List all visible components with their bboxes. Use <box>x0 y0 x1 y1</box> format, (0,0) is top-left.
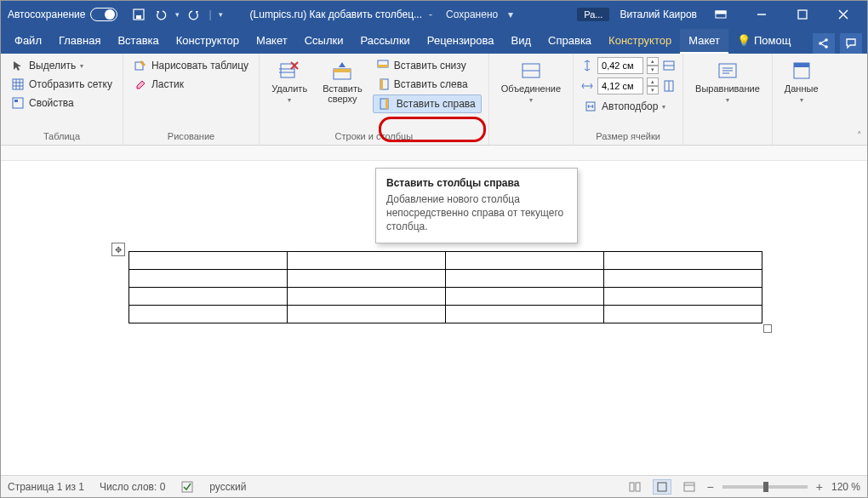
user-initials[interactable]: Ра... <box>577 8 609 21</box>
svg-rect-46 <box>630 483 634 491</box>
draw-table-button[interactable]: Нарисовать таблицу <box>130 57 252 74</box>
document-title: (Lumpics.ru) Как добавить столбец... <box>250 9 422 20</box>
web-layout-icon[interactable] <box>680 479 699 495</box>
insert-below-button[interactable]: Вставить снизу <box>373 57 482 74</box>
ruler[interactable] <box>1 146 867 161</box>
tab-tell-me[interactable]: 💡Помощ <box>728 29 799 54</box>
share-icon[interactable] <box>813 33 835 54</box>
word-count[interactable]: Число слов: 0 <box>100 481 165 493</box>
chevron-down-icon: ▾ <box>529 96 533 104</box>
chevron-down-icon: ▾ <box>800 96 803 104</box>
tab-design[interactable]: Конструктор <box>168 29 248 54</box>
tab-review[interactable]: Рецензирова <box>419 29 503 54</box>
select-button[interactable]: Выделить ▾ <box>8 57 116 74</box>
column-width-field[interactable]: ▴▾ <box>580 77 676 94</box>
tab-help-area <box>813 33 862 54</box>
insert-column-left-icon <box>376 77 390 91</box>
insert-column-right-icon <box>379 97 392 111</box>
svg-rect-29 <box>380 79 383 89</box>
insert-right-button[interactable]: Вставить справа <box>373 94 482 113</box>
tab-mailings[interactable]: Рассылки <box>351 29 418 54</box>
row-height-field[interactable]: ▴▾ <box>580 57 676 74</box>
svg-rect-11 <box>13 79 23 89</box>
insert-left-button[interactable]: Вставить слева <box>373 76 482 93</box>
titlebar: Автосохранение ▾ | ▾ (Lumpics.ru) Как до… <box>1 1 867 28</box>
autosave-toggle[interactable]: Автосохранение <box>8 8 117 21</box>
close-button[interactable] <box>826 1 860 28</box>
svg-rect-3 <box>716 11 726 14</box>
svg-rect-31 <box>385 99 388 109</box>
page-indicator[interactable]: Страница 1 из 1 <box>8 481 84 493</box>
status-chevron-icon[interactable]: ▾ <box>508 9 513 20</box>
tab-view[interactable]: Вид <box>503 29 540 54</box>
svg-rect-47 <box>636 483 640 491</box>
zoom-out-icon[interactable]: − <box>707 480 714 494</box>
data-button[interactable]: Данные ▾ <box>779 57 824 107</box>
eraser-button[interactable]: Ластик <box>130 76 252 93</box>
group-label <box>496 140 566 145</box>
distribute-columns-icon[interactable] <box>662 79 676 93</box>
height-input[interactable] <box>597 57 643 74</box>
table-row[interactable] <box>129 288 762 306</box>
tab-layout[interactable]: Макет <box>248 29 296 54</box>
tab-help[interactable]: Справка <box>540 29 600 54</box>
ribbon-tabs: Файл Главная Вставка Конструктор Макет С… <box>1 28 867 54</box>
distribute-rows-icon[interactable] <box>662 59 676 72</box>
print-layout-icon[interactable] <box>653 479 671 495</box>
group-merge: Объединение ▾ <box>489 54 574 145</box>
table-row[interactable] <box>129 306 762 323</box>
redo-icon[interactable] <box>186 7 202 22</box>
tooltip: Вставить столбцы справа Добавление новог… <box>375 168 578 243</box>
height-spinner[interactable]: ▴▾ <box>647 57 659 74</box>
tab-table-design[interactable]: Конструктор <box>600 29 680 54</box>
collapse-ribbon-icon[interactable]: ˄ <box>857 130 862 141</box>
properties-icon <box>11 96 25 110</box>
table-row[interactable] <box>129 252 762 270</box>
alignment-button[interactable]: Выравнивание ▾ <box>690 57 765 107</box>
table-row[interactable] <box>129 270 762 288</box>
tab-references[interactable]: Ссылки <box>296 29 352 54</box>
zoom-in-icon[interactable]: + <box>816 480 823 494</box>
zoom-slider[interactable] <box>722 485 808 489</box>
zoom-level[interactable]: 120 % <box>831 481 860 493</box>
tab-table-layout[interactable]: Макет <box>680 29 728 54</box>
maximize-button[interactable] <box>785 1 819 28</box>
table-move-handle-icon[interactable]: ✥ <box>111 243 125 256</box>
tab-home[interactable]: Главная <box>50 29 109 54</box>
tab-file[interactable]: Файл <box>6 29 50 54</box>
width-icon <box>580 79 594 93</box>
ribbon: Выделить ▾ Отобразить сетку Свойства Таб… <box>1 54 867 146</box>
table-resize-handle[interactable] <box>763 324 772 333</box>
comments-icon[interactable] <box>840 33 862 54</box>
group-draw: Нарисовать таблицу Ластик Рисование <box>123 54 260 145</box>
save-icon[interactable] <box>131 7 146 22</box>
undo-chevron-icon[interactable]: ▾ <box>175 10 180 19</box>
autofit-icon <box>584 100 597 113</box>
spellcheck-icon[interactable] <box>180 480 194 494</box>
width-input[interactable] <box>597 77 643 94</box>
toggle-switch[interactable] <box>90 8 117 21</box>
svg-rect-45 <box>182 482 192 492</box>
merge-button[interactable]: Объединение ▾ <box>496 57 566 107</box>
delete-button[interactable]: Удалить ▾ <box>266 57 312 107</box>
insert-row-above-icon <box>332 60 352 81</box>
insert-above-button[interactable]: Вставить сверху <box>317 57 368 107</box>
qat-customize-chevron-icon[interactable]: ▾ <box>219 10 223 19</box>
view-gridlines-button[interactable]: Отобразить сетку <box>8 76 116 93</box>
language-indicator[interactable]: русский <box>209 481 246 493</box>
user-name[interactable]: Виталий Каиров <box>620 9 697 20</box>
tab-insert[interactable]: Вставка <box>109 29 167 54</box>
read-mode-icon[interactable] <box>625 479 644 495</box>
insert-row-below-icon <box>376 59 390 72</box>
document-table[interactable] <box>128 251 762 323</box>
minimize-button[interactable] <box>745 1 779 28</box>
chevron-down-icon: ▾ <box>662 103 665 111</box>
svg-rect-48 <box>658 483 666 491</box>
undo-icon[interactable] <box>153 7 168 22</box>
ribbon-display-icon[interactable] <box>704 1 738 28</box>
properties-button[interactable]: Свойства <box>8 94 116 112</box>
group-label <box>779 140 824 145</box>
autofit-button[interactable]: Автоподбор ▾ <box>580 98 676 115</box>
svg-point-10 <box>825 45 828 49</box>
width-spinner[interactable]: ▴▾ <box>647 77 659 94</box>
